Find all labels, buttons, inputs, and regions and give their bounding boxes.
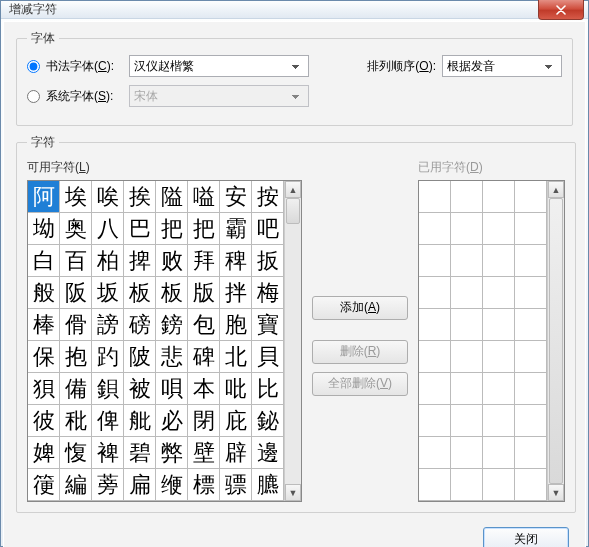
used-cell[interactable] <box>451 277 483 309</box>
used-cell[interactable] <box>483 373 515 405</box>
scroll-up-arrow[interactable]: ▲ <box>548 181 564 198</box>
available-cell[interactable]: 安 <box>220 181 252 213</box>
available-cell[interactable]: 俾 <box>92 405 124 437</box>
available-cell[interactable]: 辟 <box>220 437 252 469</box>
available-cell[interactable]: 閉 <box>188 405 220 437</box>
available-cell[interactable]: 裨 <box>92 437 124 469</box>
add-button[interactable]: 添加(A) <box>312 296 408 320</box>
sys-radio[interactable] <box>27 90 40 103</box>
available-cell[interactable]: 般 <box>28 277 60 309</box>
used-cell[interactable] <box>515 405 547 437</box>
available-cell[interactable]: 埃 <box>60 181 92 213</box>
available-cell[interactable]: 臕 <box>252 469 284 501</box>
available-cell[interactable]: 把 <box>188 213 220 245</box>
used-cell[interactable] <box>483 309 515 341</box>
used-scrollbar[interactable]: ▲ ▼ <box>547 181 564 501</box>
available-cell[interactable]: 秕 <box>60 405 92 437</box>
available-cell[interactable]: 按 <box>252 181 284 213</box>
available-cell[interactable]: 鎊 <box>156 309 188 341</box>
available-cell[interactable]: 捭 <box>124 245 156 277</box>
used-cell[interactable] <box>451 341 483 373</box>
scroll-up-arrow[interactable]: ▲ <box>285 181 301 198</box>
remove-button[interactable]: 删除(R) <box>312 340 408 364</box>
available-cell[interactable]: 弊 <box>156 437 188 469</box>
available-cell[interactable]: 缏 <box>156 469 188 501</box>
available-cell[interactable]: 碑 <box>188 341 220 373</box>
available-cell[interactable]: 愎 <box>60 437 92 469</box>
available-cell[interactable]: 胞 <box>220 309 252 341</box>
available-cell[interactable]: 百 <box>60 245 92 277</box>
available-cell[interactable]: 謗 <box>92 309 124 341</box>
sys-font-combo[interactable]: 宋体 <box>129 85 309 107</box>
used-cell[interactable] <box>483 469 515 501</box>
used-cell[interactable] <box>483 213 515 245</box>
used-cell[interactable] <box>483 437 515 469</box>
scroll-thumb[interactable] <box>549 198 563 484</box>
available-cell[interactable]: 扁 <box>124 469 156 501</box>
available-cell[interactable]: 陂 <box>124 341 156 373</box>
available-cell[interactable]: 抱 <box>60 341 92 373</box>
scroll-down-arrow[interactable]: ▼ <box>285 484 301 501</box>
available-cell[interactable]: 败 <box>156 245 188 277</box>
scroll-thumb[interactable] <box>286 198 300 224</box>
used-cell[interactable] <box>451 181 483 213</box>
available-cell[interactable]: 保 <box>28 341 60 373</box>
used-cell[interactable] <box>451 245 483 277</box>
used-cell[interactable] <box>419 245 451 277</box>
calli-radio-label[interactable]: 书法字体(C): <box>27 58 123 75</box>
available-cell[interactable]: 奥 <box>60 213 92 245</box>
available-cell[interactable]: 被 <box>124 373 156 405</box>
used-cell[interactable] <box>483 341 515 373</box>
available-cell[interactable]: 必 <box>156 405 188 437</box>
used-grid[interactable] <box>419 181 547 501</box>
available-cell[interactable]: 拜 <box>188 245 220 277</box>
used-cell[interactable] <box>419 405 451 437</box>
used-cell[interactable] <box>451 405 483 437</box>
available-cell[interactable]: 碧 <box>124 437 156 469</box>
used-cell[interactable] <box>451 309 483 341</box>
available-cell[interactable]: 狽 <box>28 373 60 405</box>
used-cell[interactable] <box>419 341 451 373</box>
used-cell[interactable] <box>419 373 451 405</box>
available-cell[interactable]: 吧 <box>252 213 284 245</box>
used-cell[interactable] <box>515 373 547 405</box>
used-cell[interactable] <box>419 213 451 245</box>
available-grid[interactable]: 阿埃唉挨隘嗌安按坳奥八巴把把霸吧白百柏捭败拜稗扳般阪坂板板版拌梅棒傦謗磅鎊包胞寶… <box>28 181 284 501</box>
available-cell[interactable]: 霸 <box>220 213 252 245</box>
used-cell[interactable] <box>515 469 547 501</box>
available-cell[interactable]: 梅 <box>252 277 284 309</box>
available-cell[interactable]: 坳 <box>28 213 60 245</box>
available-cell[interactable]: 鋇 <box>92 373 124 405</box>
available-cell[interactable]: 傦 <box>60 309 92 341</box>
scroll-track[interactable] <box>285 198 301 484</box>
available-cell[interactable]: 包 <box>188 309 220 341</box>
used-cell[interactable] <box>451 437 483 469</box>
available-cell[interactable]: 骠 <box>220 469 252 501</box>
available-cell[interactable]: 把 <box>156 213 188 245</box>
used-cell[interactable] <box>515 181 547 213</box>
available-cell[interactable]: 鉍 <box>252 405 284 437</box>
available-cell[interactable]: 婢 <box>28 437 60 469</box>
used-cell[interactable] <box>419 181 451 213</box>
used-cell[interactable] <box>515 309 547 341</box>
used-cell[interactable] <box>483 277 515 309</box>
available-cell[interactable]: 阿 <box>28 181 60 213</box>
close-button[interactable]: 关闭 <box>483 527 569 547</box>
available-cell[interactable]: 扳 <box>252 245 284 277</box>
available-cell[interactable]: 阪 <box>60 277 92 309</box>
available-cell[interactable]: 編 <box>60 469 92 501</box>
available-cell[interactable]: 巴 <box>124 213 156 245</box>
remove-all-button[interactable]: 全部删除(V) <box>312 372 408 396</box>
available-cell[interactable]: 蒡 <box>92 469 124 501</box>
available-cell[interactable]: 挨 <box>124 181 156 213</box>
used-cell[interactable] <box>451 469 483 501</box>
used-cell[interactable] <box>515 245 547 277</box>
available-cell[interactable]: 壁 <box>188 437 220 469</box>
scroll-down-arrow[interactable]: ▼ <box>548 484 564 501</box>
available-cell[interactable]: 棒 <box>28 309 60 341</box>
available-cell[interactable]: 白 <box>28 245 60 277</box>
available-cell[interactable]: 北 <box>220 341 252 373</box>
available-cell[interactable]: 坂 <box>92 277 124 309</box>
calli-font-combo[interactable]: 汉仪赵楷繁 <box>129 55 309 77</box>
available-cell[interactable]: 版 <box>188 277 220 309</box>
